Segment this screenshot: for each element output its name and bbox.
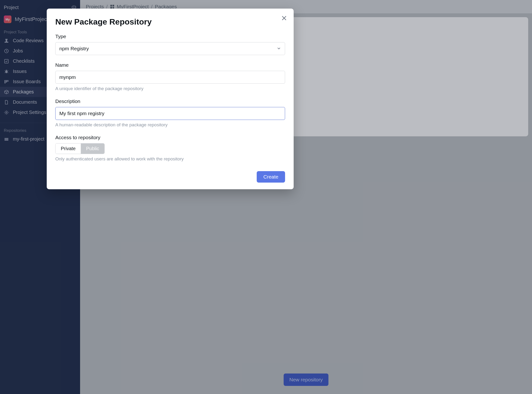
access-option-private[interactable]: Private xyxy=(56,144,81,154)
description-input[interactable] xyxy=(55,107,285,120)
access-segmented: Private Public xyxy=(55,143,105,154)
field-description: Description A human-readable description… xyxy=(55,98,285,128)
description-help: A human-readable description of the pack… xyxy=(55,122,285,128)
modal-title: New Package Repository xyxy=(55,17,285,26)
modal-footer: Create xyxy=(55,171,285,183)
field-access: Access to repository Private Public Only… xyxy=(55,135,285,162)
type-label: Type xyxy=(55,34,285,39)
name-help: A unique identifier of the package repos… xyxy=(55,86,285,91)
new-package-repository-modal: New Package Repository Type npm Registry… xyxy=(47,9,294,189)
name-label: Name xyxy=(55,62,285,68)
type-select[interactable]: npm Registry xyxy=(55,42,285,55)
name-input[interactable] xyxy=(55,71,285,84)
app-root: Project My MyFirstProject Project Tools … xyxy=(0,0,532,394)
modal-overlay[interactable]: New Package Repository Type npm Registry… xyxy=(0,0,532,394)
access-label: Access to repository xyxy=(55,135,285,140)
field-type: Type npm Registry xyxy=(55,34,285,55)
description-label: Description xyxy=(55,98,285,104)
close-icon[interactable] xyxy=(281,15,287,22)
access-help: Only authenticated users are allowed to … xyxy=(55,156,285,162)
create-button[interactable]: Create xyxy=(257,171,285,183)
access-option-public[interactable]: Public xyxy=(81,144,104,154)
field-name: Name A unique identifier of the package … xyxy=(55,62,285,91)
